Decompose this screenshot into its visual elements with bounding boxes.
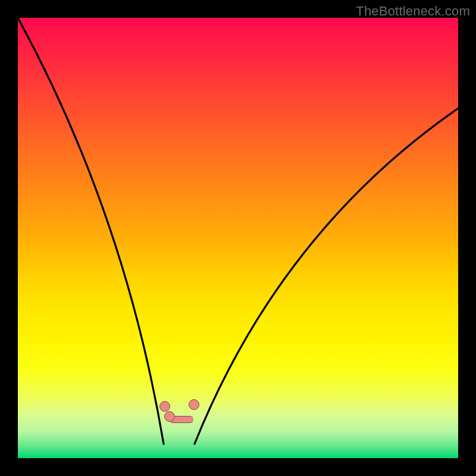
curve-layer [18,18,458,458]
left-curve [18,18,164,444]
watermark-text: TheBottleneck.com [356,4,470,19]
right-curve [195,108,458,444]
highlight-marker [189,399,199,410]
highlight-marker [164,411,175,422]
plot-area [18,18,458,458]
chart-frame: TheBottleneck.com [0,0,476,476]
highlight-marker [159,401,170,412]
